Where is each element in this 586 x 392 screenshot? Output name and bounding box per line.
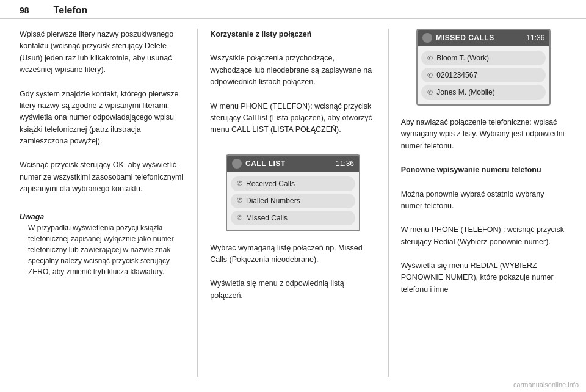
call-list-title: CALL LIST xyxy=(245,159,286,168)
column-1: Wpisać pierwsze litery nazwy poszukiwane… xyxy=(20,29,185,377)
screen-phone-icon xyxy=(422,33,432,43)
missed-calls-screen: MISSED CALLS 11:36 ✆ Bloom T. (Work) ✆ 0… xyxy=(416,29,551,106)
col1-note: Uwaga W przypadku wyświetlenia pozycji k… xyxy=(20,212,185,277)
call-list-screen: CALL LIST 11:36 ✆ Received Calls ✆ Diall… xyxy=(226,154,360,231)
list-item[interactable]: ✆ Bloom T. (Work) xyxy=(421,51,546,65)
col3-para5: Wyświetla się menu REDIAL (WYBIERZ PONOW… xyxy=(401,260,566,299)
call-list-header: CALL LIST 11:36 xyxy=(227,156,359,172)
list-item[interactable]: ✆ 0201234567 xyxy=(421,68,546,82)
call-list-body: ✆ Received Calls ✆ Dialled Numbers ✆ Mis… xyxy=(227,172,359,230)
phone-icon: ✆ xyxy=(237,180,242,187)
page-title: Telefon xyxy=(54,5,88,16)
col1-para3: Wcisnąć przycisk sterujący OK, aby wyświ… xyxy=(20,159,185,198)
list-item[interactable]: ✆ Received Calls xyxy=(231,176,355,191)
main-content: Wpisać pierwsze litery nazwy poszukiwane… xyxy=(0,19,586,387)
col2-para4: Wyświetla się menu z odpowiednią listą p… xyxy=(210,278,375,305)
column-3: MISSED CALLS 11:36 ✆ Bloom T. (Work) ✆ 0… xyxy=(401,29,566,377)
screen-phone-icon xyxy=(232,159,242,169)
note-text: W przypadku wyświetlenia pozycji książki… xyxy=(28,222,185,277)
col3-para2: Ponowne wpisywanie numeru telefonu xyxy=(401,164,566,180)
col2-para1: Wszystkie połączenia przychodzące, wycho… xyxy=(210,53,375,92)
watermark: carmanualsonline.info xyxy=(513,381,579,388)
col2-para3: Wybrać wymaganą listę połączeń np. Misse… xyxy=(210,242,375,270)
col3-para1: Aby nawiązać połączenie telefoniczne: wp… xyxy=(401,117,566,156)
phone-icon: ✆ xyxy=(427,89,433,96)
phone-icon: ✆ xyxy=(427,54,433,62)
phone-icon: ✆ xyxy=(427,71,433,79)
col1-para1: Wpisać pierwsze litery nazwy poszukiwane… xyxy=(20,29,185,80)
page-header: 98 Telefon xyxy=(0,0,586,19)
col2-heading: Korzystanie z listy połączeń xyxy=(210,29,375,44)
missed-calls-body: ✆ Bloom T. (Work) ✆ 0201234567 ✆ Jones M… xyxy=(418,46,549,104)
call-list-time: 11:36 xyxy=(336,159,354,168)
divider-1 xyxy=(197,29,198,377)
page-number: 98 xyxy=(20,5,29,15)
divider-2 xyxy=(388,29,389,377)
missed-calls-header: MISSED CALLS 11:36 xyxy=(418,30,549,46)
column-2: Korzystanie z listy połączeń Wszystkie p… xyxy=(210,29,375,377)
missed-calls-time: 11:36 xyxy=(526,34,544,42)
col3-para3: Można ponownie wybrać ostatnio wybrany n… xyxy=(401,189,566,216)
phone-icon: ✆ xyxy=(237,197,242,205)
col1-para2: Gdy system znajdzie kontakt, którego pie… xyxy=(20,89,185,151)
missed-calls-title: MISSED CALLS xyxy=(436,34,494,42)
note-label: Uwaga xyxy=(20,212,185,221)
list-item[interactable]: ✆ Dialled Numbers xyxy=(231,194,355,208)
phone-icon: ✆ xyxy=(237,214,242,222)
list-item[interactable]: ✆ Missed Calls xyxy=(231,211,355,225)
list-item[interactable]: ✆ Jones M. (Mobile) xyxy=(421,85,546,100)
col3-para4: W menu PHONE (TELEFON) : wcisnąć przycis… xyxy=(401,224,566,252)
col2-para2: W menu PHONE (TELEFON): wcisnąć przycisk… xyxy=(210,101,375,140)
